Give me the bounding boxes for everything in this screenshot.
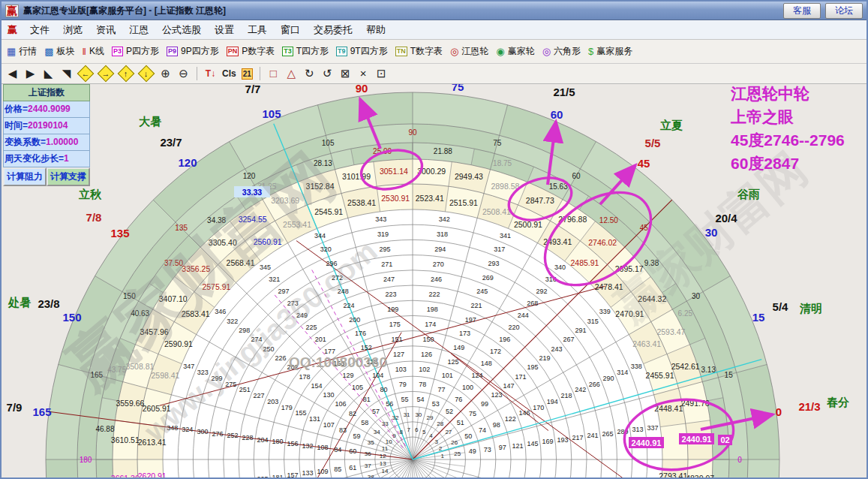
svg-text:100: 100 [462, 384, 473, 391]
toolbar-button-kline[interactable]: ‖K线 [80, 44, 110, 59]
collapse-tool-icon[interactable]: × [357, 67, 370, 80]
svg-text:170: 170 [533, 404, 544, 411]
svg-text:147: 147 [503, 382, 514, 390]
svg-text:45: 45 [640, 224, 649, 232]
rotate-right-arrow-icon[interactable]: ◥ [60, 67, 73, 80]
toolbar-label: K线 [89, 45, 104, 58]
svg-text:146: 146 [519, 409, 530, 417]
forward-arrow-icon[interactable]: ▶ [24, 67, 37, 80]
svg-text:2949.43: 2949.43 [455, 172, 483, 181]
menu-item-2[interactable]: 资讯 [89, 22, 122, 38]
svg-text:29: 29 [427, 414, 434, 421]
box-x-tool-icon[interactable]: ⊠ [339, 67, 352, 80]
toolbar-button-blocks[interactable]: ▩板块 [42, 44, 80, 59]
svg-text:174: 174 [425, 321, 436, 328]
svg-text:338: 338 [631, 363, 642, 370]
svg-text:219: 219 [539, 354, 551, 362]
calc-resistance-button[interactable]: 计算阻力 [3, 167, 47, 186]
svg-text:201: 201 [315, 336, 326, 343]
toolbar-button-winner-wheel[interactable]: ◉赢家轮 [494, 44, 539, 59]
svg-text:223: 223 [386, 291, 397, 298]
toolbar-label: 赢家服务 [596, 45, 632, 58]
toolbar-label: 9T四方形 [350, 45, 388, 58]
info-row-3: 周天变化步长=1 [3, 151, 90, 167]
main-toolbar: ▦行情▩板块‖K线P3P四方形P99P四方形PNP数字表T3T四方形T99T四方… [2, 40, 866, 64]
svg-text:107: 107 [323, 421, 335, 429]
menu-item-3[interactable]: 江恩 [122, 22, 155, 38]
svg-text:315: 315 [587, 318, 599, 325]
calc-support-button[interactable]: 计算支撑 [47, 167, 90, 186]
svg-text:5: 5 [422, 429, 426, 435]
forum-button[interactable]: 论坛 [825, 3, 863, 19]
svg-text:2746.02: 2746.02 [588, 238, 617, 247]
svg-text:立秋: 立秋 [78, 188, 102, 200]
svg-text:2538.41: 2538.41 [347, 198, 376, 207]
pan-right-icon[interactable]: → [98, 65, 115, 83]
svg-text:169: 169 [542, 438, 553, 445]
svg-text:148: 148 [481, 360, 492, 367]
toolbar-separator [260, 67, 260, 80]
toolbar-label: T四方形 [296, 45, 329, 58]
pan-down-icon[interactable]: ↓ [138, 65, 155, 83]
menu-item-7[interactable]: 窗口 [274, 22, 307, 38]
svg-text:165: 165 [32, 405, 51, 418]
svg-text:292: 292 [536, 288, 547, 295]
toolbar-button-9t-square[interactable]: T99T四方形 [334, 44, 393, 59]
svg-text:15: 15 [752, 311, 765, 324]
square-tool-icon[interactable]: □ [267, 67, 280, 80]
svg-text:清明: 清明 [799, 302, 822, 315]
calendar-icon[interactable]: 21 [242, 68, 253, 80]
toolbar-button-p-square[interactable]: P3P四方形 [110, 44, 164, 59]
zoom-in-icon[interactable]: ⊕ [159, 67, 172, 80]
toolbar-button-t-square[interactable]: T3T四方形 [280, 44, 334, 59]
toolbar-button-quotes[interactable]: ▦行情 [5, 44, 42, 59]
svg-text:227: 227 [253, 392, 264, 399]
toolbar-button-9p-square[interactable]: P99P四方形 [164, 44, 224, 59]
svg-text:3661.36: 3661.36 [111, 474, 140, 479]
customer-service-button[interactable]: 客服 [783, 3, 821, 19]
svg-text:6: 6 [415, 426, 419, 433]
svg-text:2485.91: 2485.91 [570, 258, 599, 267]
svg-text:156: 156 [287, 440, 299, 447]
screen-tool-icon[interactable]: ⊡ [375, 67, 388, 80]
menu-item-4[interactable]: 公式选股 [155, 22, 208, 38]
pan-up-icon[interactable]: ↑ [118, 65, 135, 83]
svg-text:318: 318 [437, 230, 448, 238]
svg-text:2530.91: 2530.91 [381, 194, 410, 203]
cls-button-icon[interactable]: Cls [222, 67, 236, 80]
svg-text:2440.91: 2440.91 [632, 438, 662, 447]
svg-text:大暑: 大暑 [139, 115, 161, 128]
toolbar-button-gann-wheel[interactable]: ◎江恩轮 [448, 44, 494, 59]
rotate-cw-icon[interactable]: ↻ [303, 67, 316, 80]
toolbar-button-hexagon[interactable]: ◎六角形 [540, 44, 586, 59]
quotes-icon: ▦ [7, 47, 16, 56]
svg-text:246: 246 [431, 276, 442, 283]
hexagon-icon: ◎ [542, 47, 551, 56]
kline-icon: ‖ [83, 47, 86, 56]
svg-text:73: 73 [484, 446, 491, 453]
menu-item-5[interactable]: 设置 [208, 22, 241, 38]
pan-left-icon[interactable]: ← [77, 65, 95, 83]
updown-marker-icon[interactable]: T↓ [204, 67, 217, 80]
toolbar-button-service[interactable]: $赢家服务 [586, 44, 638, 59]
zoom-out-icon[interactable]: ⊖ [177, 67, 190, 80]
svg-text:30: 30 [415, 411, 422, 418]
svg-text:21/5: 21/5 [553, 86, 575, 98]
menu-item-0[interactable]: 文件 [23, 22, 56, 38]
svg-text:53: 53 [432, 400, 440, 408]
svg-text:4: 4 [429, 432, 433, 439]
menu-item-8[interactable]: 交易委托 [307, 22, 359, 38]
svg-text:317: 317 [494, 246, 505, 253]
rotate-left-arrow-icon[interactable]: ◣ [42, 67, 55, 80]
back-arrow-icon[interactable]: ◀ [6, 67, 19, 80]
menu-item-6[interactable]: 工具 [241, 22, 274, 38]
rotate-ccw-icon[interactable]: ↺ [321, 67, 334, 80]
svg-text:179: 179 [281, 404, 293, 411]
toolbar-button-t-table[interactable]: TNT数字表 [393, 44, 448, 59]
menu-item-9[interactable]: 帮助 [359, 22, 392, 38]
toolbar-button-p-table[interactable]: PNP数字表 [224, 44, 281, 59]
svg-text:131: 131 [309, 415, 320, 423]
svg-text:176: 176 [355, 330, 366, 337]
menu-item-1[interactable]: 浏览 [56, 22, 89, 38]
triangle-tool-icon[interactable]: △ [285, 67, 298, 80]
